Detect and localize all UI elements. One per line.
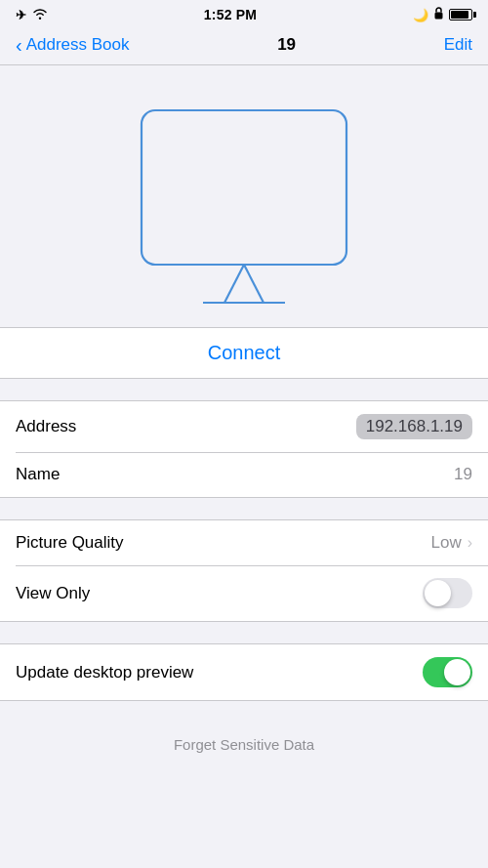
status-time: 1:52 PM	[204, 7, 257, 22]
chevron-right-icon: ›	[468, 534, 472, 552]
quality-group: Picture Quality Low › View Only	[0, 519, 488, 622]
view-only-label: View Only	[16, 584, 90, 603]
address-value: 192.168.1.19	[356, 414, 472, 439]
footer-section: Forget Sensitive Data	[0, 723, 488, 767]
chevron-left-icon: ‹	[16, 35, 22, 55]
nav-bar: ‹ Address Book 19 Edit	[0, 27, 488, 65]
update-preview-toggle[interactable]	[423, 657, 472, 687]
address-row: Address 192.168.1.19	[0, 401, 488, 452]
edit-button[interactable]: Edit	[444, 35, 472, 55]
back-button[interactable]: ‹ Address Book	[16, 35, 130, 55]
lock-icon	[433, 7, 444, 22]
section-gap-3	[0, 622, 488, 643]
status-left: ✈	[16, 8, 48, 22]
section-gap-4	[0, 701, 488, 723]
svg-line-3	[244, 265, 264, 303]
update-preview-row: Update desktop preview	[0, 644, 488, 700]
svg-rect-0	[435, 13, 443, 20]
view-only-toggle[interactable]	[423, 578, 472, 608]
connect-button[interactable]: Connect	[14, 342, 474, 364]
forget-data-button[interactable]: Forget Sensitive Data	[174, 736, 314, 753]
wifi-icon	[32, 8, 48, 22]
status-bar: ✈ 1:52 PM 🌙	[0, 0, 488, 27]
name-label: Name	[16, 465, 60, 484]
update-preview-label: Update desktop preview	[16, 663, 193, 682]
monitor-section	[0, 65, 488, 327]
connect-section: Connect	[0, 327, 488, 379]
svg-line-2	[224, 265, 244, 303]
nav-title: 19	[277, 35, 296, 55]
preview-toggle-thumb	[444, 659, 470, 685]
preview-group: Update desktop preview	[0, 643, 488, 701]
toggle-thumb	[425, 580, 451, 606]
moon-icon: 🌙	[413, 8, 428, 22]
back-label: Address Book	[26, 35, 130, 55]
battery-icon	[449, 9, 472, 21]
section-gap-1	[0, 379, 488, 400]
picture-quality-label: Picture Quality	[16, 533, 124, 553]
picture-quality-value: Low ›	[430, 533, 472, 553]
address-label: Address	[16, 417, 76, 436]
svg-rect-1	[142, 110, 346, 265]
name-row: Name 19	[0, 452, 488, 497]
address-group: Address 192.168.1.19 Name 19	[0, 400, 488, 498]
picture-quality-row[interactable]: Picture Quality Low ›	[0, 520, 488, 565]
section-gap-2	[0, 498, 488, 519]
monitor-illustration	[112, 93, 376, 327]
name-value: 19	[454, 465, 472, 484]
airplane-icon: ✈	[16, 8, 26, 22]
address-value-text: 192.168.1.19	[356, 414, 472, 439]
status-right: 🌙	[413, 7, 472, 22]
view-only-row: View Only	[0, 565, 488, 621]
